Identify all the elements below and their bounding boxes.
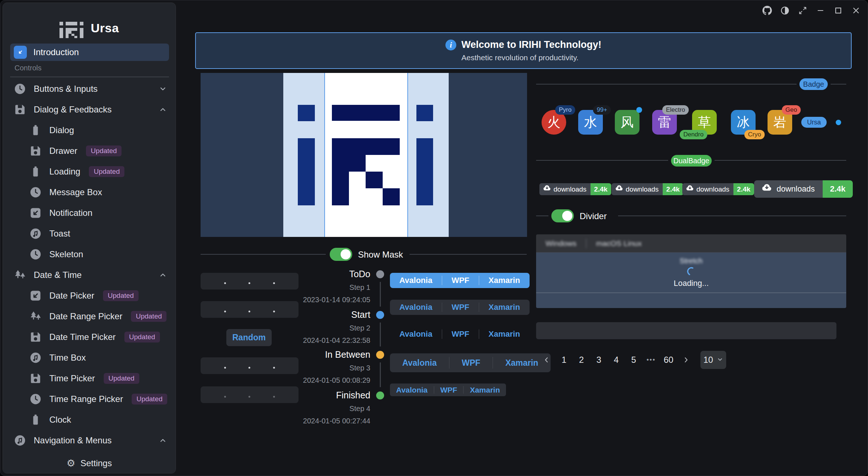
timeline-entry: In BetweenStep 32024-01-05 00:08:29 — [225, 349, 370, 385]
avalonia-button[interactable]: Avalonia — [390, 300, 442, 315]
app-logo-row: Ursa — [3, 16, 176, 40]
text-input[interactable] — [536, 322, 836, 339]
loading-content: Stretch Loading... — [536, 253, 846, 308]
timeline-time: 2024-01-04 22:32:58 — [225, 336, 370, 345]
maximize-button[interactable] — [833, 5, 843, 16]
page-button-1[interactable]: 1 — [557, 352, 571, 368]
sidebar-item-label: Dialog — [49, 125, 74, 135]
sidebar-item-date-picker[interactable]: Date PickerUpdated — [3, 285, 176, 306]
sidebar-item-time-box[interactable]: Time Box — [3, 347, 176, 368]
github-button[interactable] — [762, 5, 772, 16]
wpf-button[interactable]: WPF — [442, 273, 479, 288]
prev-page-button[interactable] — [539, 352, 554, 368]
timeline-connector — [380, 282, 381, 307]
sidebar-item-toast[interactable]: Toast — [3, 223, 176, 244]
sidebar-item-message-box[interactable]: Message Box — [3, 182, 176, 202]
xamarin-button[interactable]: Xamarin — [479, 327, 530, 342]
downloads-badge[interactable]: downloads2.4k — [612, 183, 683, 195]
divider-line — [201, 254, 326, 255]
mask-line — [407, 73, 408, 237]
sidebar-item-time-range-picker[interactable]: Time Range PickerUpdated — [3, 389, 176, 409]
avalonia-button[interactable]: Avalonia — [390, 353, 449, 372]
updated-badge: Updated — [132, 394, 167, 405]
downloads-badge-label: downloads — [539, 183, 591, 195]
sidebar-item-date-time[interactable]: Date & Time — [3, 264, 176, 285]
sidebar-item-navigation-menus[interactable]: Navigation & Menus — [3, 430, 176, 451]
dot-badge — [836, 120, 841, 125]
page-button-5[interactable]: 5 — [626, 352, 641, 368]
sidebar-item-buttons-inputs[interactable]: Buttons & Inputs — [3, 78, 176, 99]
sidebar-item-dialog-feedbacks[interactable]: Dialog & Feedbacks — [3, 99, 176, 120]
battery-icon — [28, 413, 43, 427]
timeline-entry: ToDoStep 12023-01-14 09:24:05 — [225, 269, 370, 304]
chevron-down-icon[interactable] — [159, 85, 167, 93]
timeline-entry: StartStep 22024-01-04 22:32:58 — [225, 309, 370, 345]
timeline-title: In Between — [225, 349, 370, 360]
page-button-2[interactable]: 2 — [574, 352, 589, 368]
page-button-4[interactable]: 4 — [609, 352, 624, 368]
divider-line — [536, 160, 668, 161]
page-button-3[interactable]: 3 — [592, 352, 606, 368]
downloads-badge-label: downloads — [682, 183, 733, 195]
sidebar-item-date-time-picker[interactable]: Date Time PickerUpdated — [3, 327, 176, 347]
avalonia-button[interactable]: Avalonia — [390, 327, 442, 342]
sidebar-item-clock[interactable]: Clock — [3, 409, 176, 430]
chevron-up-icon[interactable] — [159, 271, 167, 279]
loading-demo-panel: WindowsmacOS Linux Stretch Loading... — [536, 234, 846, 308]
settings-button[interactable]: ⚙ Settings — [3, 454, 176, 473]
divider-line — [831, 84, 846, 85]
sidebar-item-loading[interactable]: LoadingUpdated — [3, 161, 176, 182]
chevron-up-icon[interactable] — [159, 436, 167, 444]
badge-section-label: Badge — [799, 78, 828, 90]
wpf-button[interactable]: WPF — [449, 353, 493, 372]
wpf-button[interactable]: WPF — [442, 300, 479, 315]
sidebar-item-dialog[interactable]: Dialog — [3, 120, 176, 140]
tab-windows[interactable]: Windows — [536, 239, 586, 248]
sidebar-item-skeleton[interactable]: Skeleton — [3, 244, 176, 264]
updated-badge: Updated — [124, 332, 160, 342]
show-mask-toggle[interactable] — [330, 248, 352, 261]
timeline-step: Step 4 — [225, 405, 370, 413]
chevron-up-icon[interactable] — [159, 106, 167, 114]
floppy-icon — [28, 144, 43, 158]
wpf-button[interactable]: WPF — [434, 383, 464, 396]
sidebar-item-date-range-picker[interactable]: Date Range PickerUpdated — [3, 306, 176, 327]
xamarin-button[interactable]: Xamarin — [464, 383, 506, 396]
xamarin-button[interactable]: Xamarin — [479, 300, 530, 315]
expand-button[interactable] — [798, 5, 808, 16]
next-page-button[interactable] — [679, 352, 693, 368]
sidebar-item-introduction[interactable]: Introduction — [10, 44, 169, 61]
avalonia-button[interactable]: Avalonia — [390, 383, 434, 396]
close-button[interactable] — [851, 5, 861, 16]
banner-subtitle: Aesthetic revolution of productivity. — [461, 53, 601, 62]
divider-toggle[interactable] — [551, 209, 574, 222]
sidebar-item-label: Message Box — [49, 187, 102, 197]
sidebar-item-time-picker[interactable]: Time PickerUpdated — [3, 368, 176, 389]
corner-badge: Geo — [782, 105, 801, 115]
stretch-label: Stretch — [536, 257, 846, 265]
wpf-button[interactable]: WPF — [442, 327, 479, 342]
page-size-select[interactable]: 10 — [700, 351, 726, 369]
sidebar-item-label: Date & Time — [34, 270, 82, 280]
chevron-down-icon — [717, 355, 723, 365]
avalonia-button[interactable]: Avalonia — [390, 273, 442, 288]
toggle-knob — [562, 211, 572, 221]
sidebar-item-drawer[interactable]: DrawerUpdated — [3, 140, 176, 161]
sidebar-item-notification[interactable]: Notification — [3, 202, 176, 223]
theme-contrast-button[interactable] — [780, 5, 790, 16]
downloads-text: downloads — [554, 185, 587, 193]
downloads-badge[interactable]: downloads2.4k — [539, 183, 611, 195]
divider-line — [715, 160, 846, 161]
sidebar-item-label: Time Box — [49, 353, 86, 363]
downloads-badge[interactable]: downloads2.4k — [682, 183, 754, 195]
xamarin-button[interactable]: Xamarin — [479, 273, 530, 288]
expand-icon — [798, 6, 807, 15]
downloads-badge[interactable]: downloads2.4k — [754, 180, 853, 198]
timeline-dot — [376, 351, 384, 359]
page-button-60[interactable]: 60 — [661, 352, 676, 368]
tab-macos-linux[interactable]: macOS Linux — [587, 239, 651, 248]
minimize-icon — [816, 6, 825, 15]
updated-badge: Updated — [103, 290, 139, 301]
minimize-button[interactable] — [815, 5, 826, 16]
clock-icon — [28, 392, 43, 406]
